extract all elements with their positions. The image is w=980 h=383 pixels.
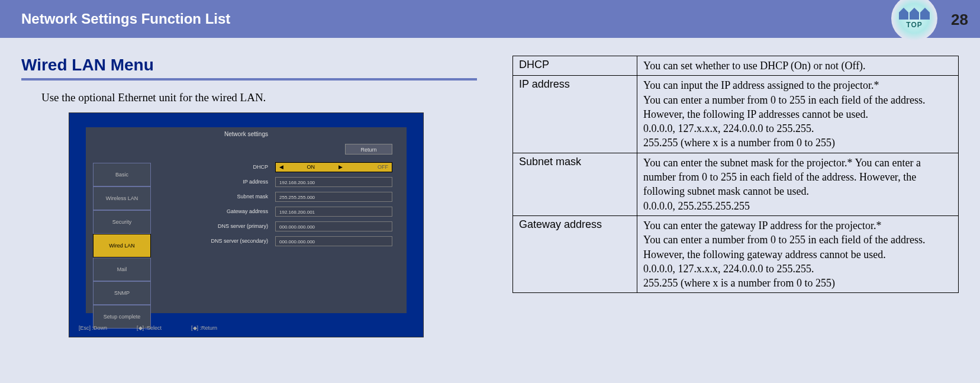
header-title: Network Settings Function List <box>21 11 230 27</box>
sidebar-tab[interactable]: SNMP <box>93 281 151 305</box>
table-row: Subnet maskYou can enter the subnet mask… <box>513 153 959 215</box>
left-column: Wired LAN Menu Use the optional Ethernet… <box>21 56 477 337</box>
field-label: DHCP <box>157 164 275 170</box>
menu-screenshot: Network settings Return BasicWireless LA… <box>69 112 424 337</box>
table-row: Gateway addressYou can enter the gateway… <box>513 215 959 292</box>
setting-name: IP address <box>513 76 637 153</box>
field-value[interactable]: 192.168.200.100 <box>275 177 392 187</box>
field-label: DNS server (secondary) <box>157 238 275 244</box>
top-label: TOP <box>899 21 930 29</box>
content-area: Wired LAN Menu Use the optional Ethernet… <box>0 38 980 337</box>
footer-hint: [◆] :Select <box>137 325 162 331</box>
intro-text: Use the optional Ethernet unit for the w… <box>41 91 477 104</box>
setting-description: You can set whether to use DHCP (On) or … <box>637 56 959 76</box>
sidebar-tab[interactable]: Basic <box>93 163 151 186</box>
screenshot-footer: [Esc] :Down[◆] :Select[◆] :Return <box>79 325 217 331</box>
field-row: DHCP◀ON▶OFF <box>157 160 392 173</box>
table-row: IP addressYou can input the IP address a… <box>513 76 959 153</box>
sidebar-tab[interactable]: Wireless LAN <box>93 186 151 210</box>
field-row: DNS server (primary)000.000.000.000 <box>157 220 392 233</box>
sidebar-tab[interactable]: Wired LAN <box>93 234 151 258</box>
sidebar-tab[interactable]: Security <box>93 210 151 234</box>
section-title: Wired LAN Menu <box>21 56 477 75</box>
setting-description: You can enter the subnet mask for the pr… <box>637 153 959 215</box>
dhcp-toggle[interactable]: ◀ON▶OFF <box>275 162 392 172</box>
field-value[interactable]: 000.000.000.000 <box>275 221 392 231</box>
footer-hint: [◆] :Return <box>191 325 217 331</box>
setting-name: Subnet mask <box>513 153 637 215</box>
table-row: DHCPYou can set whether to use DHCP (On)… <box>513 56 959 76</box>
return-button[interactable]: Return <box>345 144 392 155</box>
sidebar-tab[interactable]: Mail <box>93 258 151 281</box>
section-underline <box>21 78 477 81</box>
setting-name: Gateway address <box>513 215 637 292</box>
field-row: DNS server (secondary)000.000.000.000 <box>157 234 392 247</box>
screenshot-title: Network settings <box>86 131 407 137</box>
screenshot-panel: Network settings Return BasicWireless LA… <box>86 127 407 313</box>
field-value[interactable]: 255.255.255.000 <box>275 192 392 202</box>
field-row: IP address192.168.200.100 <box>157 175 392 188</box>
screenshot-sidebar: BasicWireless LANSecurityWired LANMailSN… <box>93 163 151 329</box>
setting-description: You can input the IP address assigned to… <box>637 76 959 153</box>
field-label: Gateway address <box>157 208 275 214</box>
home-icon: TOP <box>899 8 930 29</box>
setting-description: You can enter the gateway IP address for… <box>637 215 959 292</box>
field-row: Gateway address192.168.200.001 <box>157 205 392 218</box>
field-label: IP address <box>157 179 275 185</box>
footer-hint: [Esc] :Down <box>79 325 107 331</box>
field-value[interactable]: 000.000.000.000 <box>275 236 392 246</box>
top-home-button[interactable]: TOP <box>891 0 937 41</box>
field-row: Subnet mask255.255.255.000 <box>157 190 392 203</box>
settings-table: DHCPYou can set whether to use DHCP (On)… <box>512 56 959 293</box>
field-label: Subnet mask <box>157 194 275 199</box>
field-label: DNS server (primary) <box>157 223 275 229</box>
setting-name: DHCP <box>513 56 637 76</box>
field-value[interactable]: 192.168.200.001 <box>275 207 392 217</box>
right-column: DHCPYou can set whether to use DHCP (On)… <box>512 56 959 337</box>
screenshot-fields: DHCP◀ON▶OFFIP address192.168.200.100Subn… <box>157 160 392 249</box>
page-header: Network Settings Function List TOP 28 <box>0 0 980 38</box>
page-number: 28 <box>951 11 968 29</box>
